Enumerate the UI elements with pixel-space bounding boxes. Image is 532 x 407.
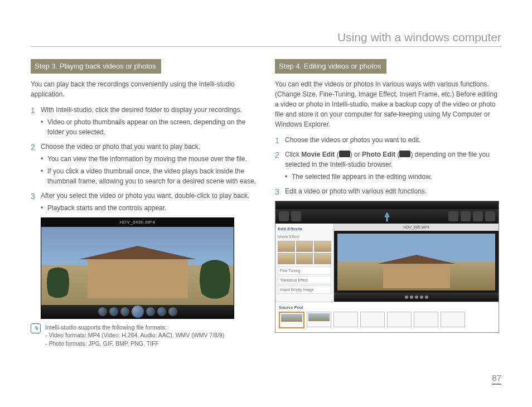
roof-graphic <box>378 255 456 264</box>
sidebar-row: Fine Tuning <box>278 267 331 275</box>
timeline-clip <box>441 312 465 327</box>
toolbar-icon <box>291 211 301 221</box>
control-icon <box>410 295 413 299</box>
forward-icon <box>157 307 166 316</box>
timeline-clip <box>279 312 304 328</box>
player-controls <box>41 305 234 318</box>
photo-edit-icon <box>399 151 410 157</box>
editor-sidebar: Edit Effects Movie Effect Fine Tuning Tr… <box>275 224 334 302</box>
control-icon <box>415 295 418 299</box>
note-text: Intelli-studio supports the following fi… <box>45 323 224 348</box>
toolbar-icon <box>461 211 471 221</box>
control-icon <box>405 295 408 299</box>
list-text: Choose the video or photo that you want … <box>41 143 200 151</box>
house-graphic <box>383 264 450 288</box>
effect-thumb <box>314 241 331 252</box>
toolbar-icon <box>279 211 289 221</box>
timeline-title: Source Pool <box>279 304 495 311</box>
editor-preview: HDV_005.MP4 <box>334 224 499 302</box>
list-number: 3 <box>275 186 279 198</box>
prev-icon <box>98 307 107 316</box>
effect-thumb <box>296 241 313 252</box>
list-text: With Intelli-studio, click the desired f… <box>41 106 242 114</box>
step4-item-1: 1 Choose the videos or photos you want t… <box>275 135 501 145</box>
bullet: You can view the file information by mov… <box>41 154 257 164</box>
tree-graphic <box>47 260 69 305</box>
bullet: Playback starts and the controls appear. <box>41 203 257 213</box>
bullet: If you click a video thumbnail once, the… <box>41 166 257 186</box>
tree-graphic <box>200 251 230 305</box>
timeline-clip <box>387 312 412 327</box>
editor-screenshot: Edit Effects Movie Effect Fine Tuning Tr… <box>275 201 499 333</box>
step4-item-2: 2 Click Movie Edit () or Photo Edit () d… <box>275 149 501 182</box>
house-graphic <box>88 259 188 298</box>
list-number: 2 <box>275 149 279 161</box>
movie-edit-icon <box>339 151 350 157</box>
step4-intro: You can edit the videos or photos in var… <box>275 79 501 129</box>
timeline-clip <box>360 312 385 327</box>
sidebar-row: Transition Effect <box>278 276 331 284</box>
step3-item-1: 1 With Intelli-studio, click the desired… <box>31 105 257 137</box>
toolbar-icon <box>473 211 483 221</box>
note-icon: ✎ <box>31 323 41 333</box>
player-filename: HDV_0436.MP4 <box>41 218 234 227</box>
preview-filename: HDV_005.MP4 <box>334 224 499 231</box>
list-text: After you select the video or photo you … <box>41 192 249 200</box>
playback-screenshot: HDV_0436.MP4 <box>41 217 234 319</box>
control-icon <box>425 295 428 299</box>
toolbar-icon <box>485 211 495 221</box>
sidebar-title: Edit Effects <box>278 226 331 232</box>
list-number: 3 <box>31 191 35 202</box>
effect-thumb <box>314 253 331 264</box>
timeline-clip <box>414 312 438 327</box>
timeline-clip <box>307 312 331 327</box>
list-text: Choose the videos or photos you want to … <box>285 136 421 144</box>
effect-thumb <box>278 253 295 264</box>
sidebar-subtitle: Movie Effect <box>278 234 331 240</box>
list-number: 1 <box>31 105 35 117</box>
editor-toolbar <box>275 209 499 224</box>
stop-icon <box>120 307 129 316</box>
list-number: 1 <box>275 135 279 147</box>
effect-thumb <box>278 241 295 252</box>
list-text: Edit a video or photo with various edit … <box>285 187 427 195</box>
list-number: 2 <box>31 142 35 153</box>
editor-timeline: Source Pool <box>275 302 499 333</box>
rewind-icon <box>109 307 118 316</box>
player-video-area <box>41 227 234 305</box>
pause-icon <box>146 307 155 316</box>
play-icon <box>132 306 144 318</box>
toolbar-icon <box>448 211 458 221</box>
timeline-clip <box>333 312 358 327</box>
control-icon <box>420 295 423 299</box>
next-icon <box>168 307 177 316</box>
bullet: Video or photo thumbnails appear on the … <box>41 117 257 137</box>
step4-item-3: 3 Edit a video or photo with various edi… <box>275 186 501 196</box>
step4-heading: Step 4. Editing videos or photos <box>275 59 386 74</box>
bullet: The selected file appears in the editing… <box>285 172 501 182</box>
roof-graphic <box>79 246 196 259</box>
preview-image <box>337 234 495 290</box>
editor-menubar <box>275 201 499 209</box>
cursor-arrow-icon <box>381 211 393 222</box>
effect-thumb <box>296 253 313 264</box>
page-number: 87 <box>492 373 501 385</box>
step3-item-2: 2 Choose the video or photo that you wan… <box>31 142 257 186</box>
page-title: Using with a windows computer <box>31 31 501 47</box>
list-text: Click Movie Edit () or Photo Edit () dep… <box>285 151 490 168</box>
preview-controls <box>334 293 499 302</box>
sidebar-row: Insert Empty Image <box>278 285 331 294</box>
step3-heading: Step 3. Playing back videos or photos <box>31 59 161 74</box>
left-column: Step 3. Playing back videos or photos Yo… <box>31 59 257 348</box>
step3-intro: You can play back the recordings conveni… <box>31 79 257 99</box>
right-column: Step 4. Editing videos or photos You can… <box>275 59 501 348</box>
step3-item-3: 3 After you select the video or photo yo… <box>31 191 257 213</box>
